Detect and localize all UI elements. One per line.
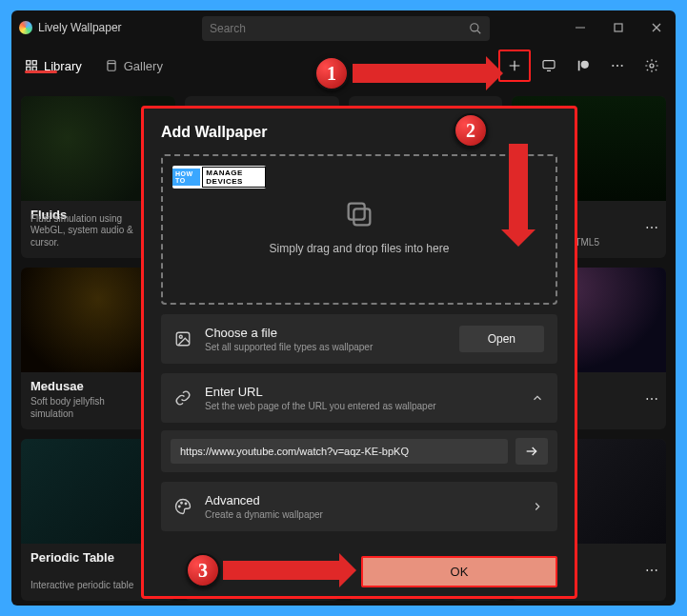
app-logo-icon (19, 21, 32, 34)
drop-zone[interactable]: HOW TO MANAGE DEVICES Simply drag and dr… (161, 154, 557, 305)
minimize-button[interactable] (561, 10, 599, 45)
svg-rect-24 (176, 332, 190, 346)
search-input[interactable] (210, 22, 469, 35)
annotation-marker-1: 1 (314, 56, 349, 90)
badge-howto: HOW TO (172, 169, 200, 186)
app-brand: Lively Wallpaper (19, 21, 122, 34)
svg-rect-23 (349, 204, 365, 220)
choose-file-row: Choose a file Set all supported file typ… (161, 314, 557, 364)
monitor-icon (541, 58, 556, 73)
modal-title: Add Wallpaper (161, 124, 557, 141)
add-wallpaper-button[interactable] (498, 50, 531, 82)
svg-rect-16 (578, 61, 580, 71)
svg-rect-14 (543, 61, 555, 69)
tab-library-label: Library (44, 59, 82, 73)
patreon-button[interactable] (567, 50, 599, 82)
app-window: Lively Wallpaper Library Gallery (11, 10, 676, 606)
screen-layout-button[interactable] (533, 50, 565, 82)
tab-gallery-label: Gallery (124, 59, 163, 73)
ok-button[interactable]: OK (361, 556, 557, 587)
enter-url-text: Enter URL Set the web page of the URL yo… (205, 385, 544, 411)
nav-actions (498, 45, 668, 87)
titlebar: Lively Wallpaper (11, 10, 676, 45)
tutorial-badge: HOW TO MANAGE DEVICES (172, 166, 266, 189)
svg-rect-6 (27, 61, 30, 65)
svg-point-17 (581, 61, 589, 69)
advanced-sub: Create a dynamic wallpaper (205, 509, 544, 520)
gear-icon (644, 58, 659, 73)
choose-file-sub: Set all supported file types as wallpape… (205, 342, 448, 352)
svg-point-21 (650, 64, 654, 68)
card-desc: Interactive periodic table (30, 580, 149, 592)
chevron-right-icon (531, 500, 544, 513)
arrow-right-icon (524, 444, 539, 459)
patreon-icon (576, 59, 590, 72)
close-button[interactable] (637, 10, 676, 45)
card-more-button[interactable]: ⋯ (645, 391, 658, 407)
window-controls (561, 10, 676, 45)
svg-point-0 (471, 24, 478, 31)
chevron-up-icon (531, 391, 544, 405)
more-button[interactable] (601, 50, 634, 82)
gallery-icon (105, 59, 118, 72)
annotation-arrow-3 (223, 561, 341, 580)
svg-line-1 (477, 30, 480, 33)
settings-button[interactable] (636, 50, 668, 82)
enter-url-row[interactable]: Enter URL Set the web page of the URL yo… (161, 373, 557, 423)
svg-point-18 (612, 65, 614, 67)
grid-icon (25, 59, 38, 72)
advanced-title: Advanced (205, 493, 544, 507)
advanced-row[interactable]: Advanced Create a dynamic wallpaper (161, 482, 557, 531)
search-box[interactable] (202, 16, 490, 41)
search-icon (469, 22, 482, 35)
card-more-button[interactable]: ⋯ (645, 220, 658, 235)
card-more-button[interactable]: ⋯ (645, 563, 658, 578)
svg-rect-10 (108, 61, 115, 71)
url-go-button[interactable] (515, 438, 548, 465)
link-icon (174, 389, 193, 407)
svg-point-27 (179, 506, 181, 507)
drop-zone-text: Simply drag and drop files into here (270, 242, 450, 255)
svg-rect-3 (615, 24, 622, 31)
card-title: Medusae (30, 379, 84, 393)
svg-rect-9 (32, 67, 36, 70)
advanced-text: Advanced Create a dynamic wallpaper (205, 493, 544, 520)
svg-point-19 (616, 65, 618, 67)
image-icon (174, 330, 193, 348)
choose-file-text: Choose a file Set all supported file typ… (205, 326, 448, 352)
enter-url-title: Enter URL (205, 385, 544, 399)
maximize-button[interactable] (599, 10, 637, 45)
card-desc: Fluid simulation using WebGL, system aud… (30, 213, 149, 249)
enter-url-sub: Set the web page of the URL you entered … (205, 401, 544, 411)
plus-icon (507, 58, 522, 73)
url-input[interactable] (171, 439, 508, 464)
svg-point-20 (621, 65, 623, 67)
ellipsis-icon (610, 58, 625, 73)
palette-icon (174, 498, 193, 515)
annotation-arrow-1 (353, 64, 488, 83)
open-button[interactable]: Open (459, 326, 544, 352)
svg-rect-7 (32, 61, 36, 65)
card-desc: Soft body jellyfish simulation (30, 396, 149, 420)
svg-point-29 (185, 503, 187, 505)
badge-manage: MANAGE DEVICES (202, 167, 266, 188)
svg-point-25 (179, 335, 182, 338)
choose-file-title: Choose a file (205, 326, 448, 340)
copy-icon (343, 198, 375, 230)
annotation-arrow-2 (509, 144, 528, 231)
svg-rect-22 (354, 209, 370, 225)
app-title: Lively Wallpaper (38, 21, 122, 34)
card-title: Periodic Table (30, 550, 114, 565)
annotation-marker-3: 3 (186, 553, 220, 587)
tab-gallery[interactable]: Gallery (103, 53, 165, 79)
annotation-marker-2: 2 (454, 113, 488, 148)
tab-library[interactable]: Library (23, 53, 84, 79)
svg-rect-8 (27, 67, 30, 70)
svg-point-28 (181, 503, 183, 505)
url-input-row (161, 430, 557, 472)
